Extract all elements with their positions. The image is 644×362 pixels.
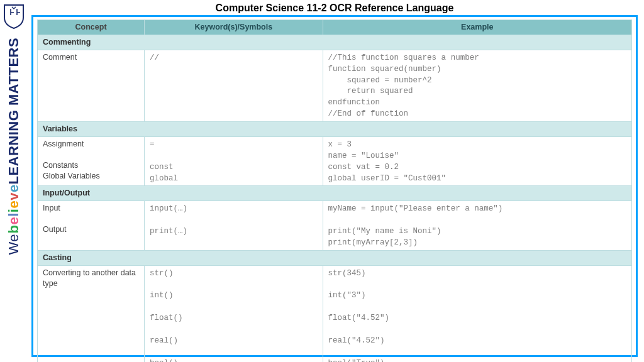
cell-concept: Assignment Constants Global Variables — [38, 136, 145, 186]
section-row: Variables — [38, 122, 632, 137]
section-name: Variables — [38, 122, 632, 137]
col-header-symbols: Keyword(s)/Symbols — [145, 20, 323, 35]
section-name: Input/Output — [38, 186, 632, 201]
cell-symbols: input(…) print(…) — [145, 201, 323, 251]
cell-symbols: str() int() float() real() bool() — [145, 265, 323, 362]
table-row: Assignment Constants Global Variables = … — [38, 136, 632, 186]
col-header-concept: Concept — [38, 20, 145, 35]
section-row: Commenting — [38, 35, 632, 50]
table-row: Input Output input(…) print(…) myName = … — [38, 201, 632, 251]
table-header-row: Concept Keyword(s)/Symbols Example — [38, 20, 632, 35]
left-rail: We believe LEARNING MATTERS — [0, 0, 28, 362]
cell-example: myName = input("Please enter a name") pr… — [323, 201, 631, 251]
content-frame: Concept Keyword(s)/Symbols Example Comme… — [31, 15, 638, 357]
section-name: Commenting — [38, 35, 632, 50]
col-header-example: Example — [323, 20, 631, 35]
table-row: Converting to another data type str() in… — [38, 265, 632, 362]
cell-symbols: // — [145, 50, 323, 121]
tagline-we: We — [6, 234, 22, 255]
cell-concept: Input Output — [38, 201, 145, 251]
cell-symbols: = const global — [145, 136, 323, 186]
cell-example: x = 3 name = "Louise" const vat = 0.2 gl… — [323, 136, 631, 186]
tagline: We believe LEARNING MATTERS — [6, 38, 22, 255]
reference-table: Concept Keyword(s)/Symbols Example Comme… — [37, 19, 632, 362]
cell-example: //This function squares a number functio… — [323, 50, 631, 121]
cell-concept: Converting to another data type — [38, 265, 145, 362]
cell-concept: Comment — [38, 50, 145, 121]
section-name: Casting — [38, 250, 632, 265]
section-row: Input/Output — [38, 186, 632, 201]
tagline-believe: believe — [6, 185, 22, 234]
section-row: Casting — [38, 250, 632, 265]
main-area: Computer Science 11-2 OCR Reference Lang… — [28, 0, 644, 362]
school-shield-icon — [3, 4, 25, 29]
table-row: Comment // //This function squares a num… — [38, 50, 632, 121]
page-title: Computer Science 11-2 OCR Reference Lang… — [31, 3, 638, 14]
cell-example: str(345) int("3") float("4.52") real("4.… — [323, 265, 631, 362]
tagline-learning-matters: LEARNING MATTERS — [6, 38, 22, 185]
